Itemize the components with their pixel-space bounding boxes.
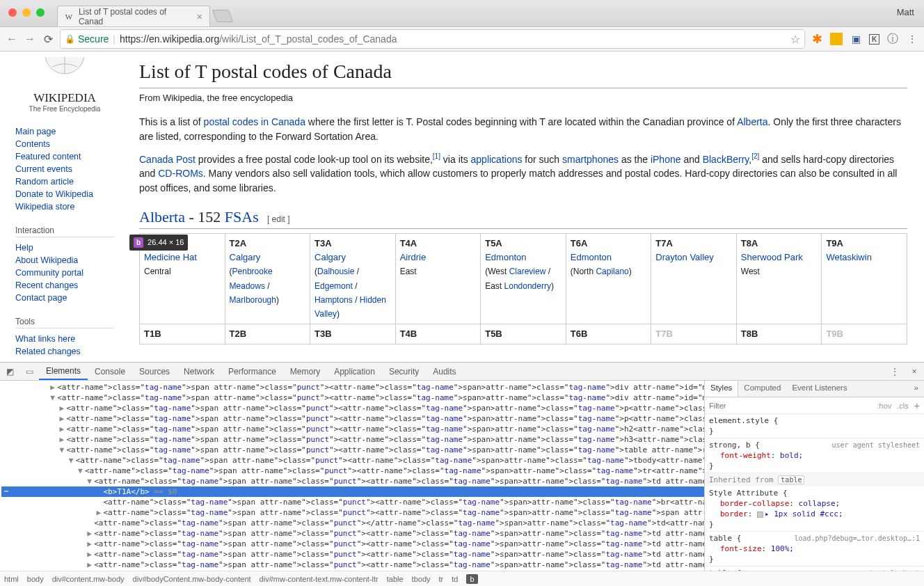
dom-tree-line[interactable]: ▶<attr-name">class="tag-name">span attr-… xyxy=(1,549,704,560)
dom-tree-line[interactable]: ▼<attr-name">class="tag-name">span attr-… xyxy=(1,455,704,466)
dom-tree-line[interactable]: ▶<attr-name">class="tag-name">span attr-… xyxy=(1,434,704,445)
edit-section-link[interactable]: [ edit ] xyxy=(267,214,290,224)
fsa-city-link[interactable]: Calgary xyxy=(230,252,261,262)
dom-tree-line[interactable]: ▶<attr-name">class="tag-name">span attr-… xyxy=(1,424,704,434)
ref-link[interactable]: [1] xyxy=(433,152,440,160)
styles-subtab[interactable]: Computed xyxy=(738,381,786,397)
link[interactable]: Penbrooke Meadows xyxy=(230,267,273,290)
sidebar-link[interactable]: Featured content xyxy=(15,150,114,163)
device-toggle-icon[interactable]: ▭ xyxy=(19,363,39,380)
sidebar-link[interactable]: Help xyxy=(15,241,114,254)
link[interactable]: Alberta xyxy=(139,208,185,225)
crumb[interactable]: html xyxy=(4,575,19,583)
crumb[interactable]: div#content.mw-body xyxy=(52,575,125,583)
fsa-city-link[interactable]: Edmonton xyxy=(571,252,612,262)
sidebar-link[interactable]: What links here xyxy=(15,333,114,345)
sidebar-link[interactable]: About Wikipedia xyxy=(15,254,114,267)
sidebar-link[interactable]: Related changes xyxy=(15,345,114,358)
link[interactable]: Canada Post xyxy=(139,153,196,164)
crumb[interactable]: tr xyxy=(439,575,444,583)
devtools-tab[interactable]: Audits xyxy=(426,363,463,380)
new-tab-button[interactable] xyxy=(212,10,234,22)
more-icon[interactable]: » xyxy=(909,381,924,397)
close-window-button[interactable] xyxy=(8,8,17,17)
css-rule[interactable]: load.php?debug=…tor.desktop…:1table {fon… xyxy=(705,532,924,567)
wikipedia-logo[interactable]: WIKIPEDIA The Free Encyclopedia xyxy=(15,57,114,113)
devtools-tab[interactable]: Network xyxy=(177,363,221,380)
dom-tree-line[interactable]: ▼<attr-name">class="tag-name">span attr-… xyxy=(1,466,704,476)
cls-toggle[interactable]: .cls xyxy=(897,402,909,410)
devtools-tab[interactable]: Memory xyxy=(283,363,327,380)
styles-subtab[interactable]: Styles xyxy=(705,381,738,397)
sidebar-link[interactable]: Contact page xyxy=(15,292,114,304)
inspect-element-icon[interactable]: ◩ xyxy=(0,363,19,380)
fsa-city-link[interactable]: Drayton Valley xyxy=(655,252,714,262)
link[interactable]: Alberta xyxy=(737,116,767,127)
dom-tree-line[interactable]: ▼<attr-name">class="tag-name">span attr-… xyxy=(1,476,704,486)
fsa-city-link[interactable]: Airdrie xyxy=(400,252,427,262)
dom-tree-line[interactable]: <attr-name">class="tag-name">span attr-n… xyxy=(1,518,704,528)
link[interactable]: BlackBerry xyxy=(703,153,749,164)
styles-filter-input[interactable] xyxy=(709,402,872,410)
ref-link[interactable]: [2] xyxy=(751,152,759,160)
styles-subtab[interactable]: Event Listeners xyxy=(786,381,852,397)
crumb[interactable]: table xyxy=(387,575,404,583)
link[interactable]: smartphones xyxy=(562,153,619,164)
css-rule[interactable]: user agent stylesheetstrong, b {font-wei… xyxy=(705,438,924,473)
devtools-tab[interactable]: Console xyxy=(88,363,132,380)
fsa-city-link[interactable]: Calgary xyxy=(314,252,346,262)
extension-icon[interactable] xyxy=(830,33,843,45)
elements-tree[interactable]: ▶<attr-name">class="tag-name">span attr-… xyxy=(0,381,704,571)
dom-tree-line[interactable]: ▶<attr-name">class="tag-name">span attr-… xyxy=(1,403,704,413)
sidebar-link[interactable]: Wikipedia store xyxy=(15,200,114,213)
fsa-city-link[interactable]: Wetaskiwin xyxy=(826,252,872,262)
sidebar-link[interactable]: Donate to Wikipedia xyxy=(15,188,114,200)
dom-tree-line[interactable]: ▶<attr-name">class="tag-name">span attr-… xyxy=(1,539,704,549)
css-rule[interactable]: Style Attribute {border-collapse: collap… xyxy=(705,486,924,532)
extension-icon[interactable]: ✱ xyxy=(811,33,823,45)
dom-tree-line[interactable]: <attr-name">class="tag-name">span attr-n… xyxy=(1,497,704,507)
link[interactable]: Edgemont xyxy=(314,281,353,291)
link[interactable]: Capilano xyxy=(596,267,628,276)
link[interactable]: iPhone xyxy=(651,153,681,164)
extension-icon[interactable]: ▣ xyxy=(850,33,862,45)
sidebar-link[interactable]: Contents xyxy=(15,138,114,150)
crumb[interactable]: tbody xyxy=(412,575,431,583)
dom-tree-line[interactable]: ▼<attr-name">class="tag-name">span attr-… xyxy=(1,445,704,455)
dom-tree-line[interactable]: <b>T1A</b> == $0 xyxy=(1,486,704,497)
add-rule-icon[interactable]: + xyxy=(914,400,920,411)
link[interactable]: applications xyxy=(471,153,523,164)
fsa-city-link[interactable]: Sherwood Park xyxy=(741,252,803,262)
sidebar-link[interactable]: Community portal xyxy=(15,267,114,279)
sidebar-link[interactable]: Random article xyxy=(15,175,114,188)
crumb[interactable]: b xyxy=(466,574,477,584)
hov-toggle[interactable]: :hov xyxy=(877,402,892,410)
css-rule[interactable]: element.style {} xyxy=(705,414,924,438)
link[interactable]: FSAs xyxy=(225,208,259,225)
devtools-tab[interactable]: Performance xyxy=(221,363,283,380)
dom-tree-line[interactable]: ▼<attr-name">class="tag-name">span attr-… xyxy=(1,393,704,403)
link[interactable]: Hamptons xyxy=(314,295,353,305)
crumb[interactable]: div#mw-content-text.mw-content-ltr xyxy=(260,575,379,583)
extension-icon[interactable]: K xyxy=(869,34,879,45)
link[interactable]: Clareview xyxy=(509,267,546,276)
link[interactable]: Londonderry xyxy=(504,281,551,291)
dom-tree-line[interactable]: ▶<attr-name">class="tag-name">span attr-… xyxy=(1,507,704,518)
link[interactable]: Dalhousie xyxy=(317,267,354,276)
sidebar-link[interactable]: Main page xyxy=(15,125,114,138)
devtools-close-icon[interactable]: × xyxy=(905,363,924,380)
crumb[interactable]: td xyxy=(452,575,458,583)
dom-tree-line[interactable]: ▶<attr-name">class="tag-name">span attr-… xyxy=(1,528,704,539)
link[interactable]: CD-ROMs xyxy=(158,168,203,179)
dom-tree-line[interactable]: ▶<attr-name">class="tag-name">span attr-… xyxy=(1,560,704,570)
close-tab-icon[interactable]: × xyxy=(197,11,202,22)
sidebar-link[interactable]: Recent changes xyxy=(15,279,114,292)
bookmark-star-icon[interactable]: ☆ xyxy=(790,33,800,46)
crumb[interactable]: body xyxy=(27,575,44,583)
minimize-window-button[interactable] xyxy=(22,8,31,17)
devtools-tab[interactable]: Application xyxy=(327,363,382,380)
dom-tree-line[interactable]: ▶<attr-name">class="tag-name">span attr-… xyxy=(1,382,704,393)
devtools-tab[interactable]: Security xyxy=(382,363,426,380)
dom-tree-line[interactable]: ▶<attr-name">class="tag-name">span attr-… xyxy=(1,413,704,424)
dom-tree-line[interactable]: ▶<attr-name">class="tag-name">span attr-… xyxy=(1,570,704,571)
